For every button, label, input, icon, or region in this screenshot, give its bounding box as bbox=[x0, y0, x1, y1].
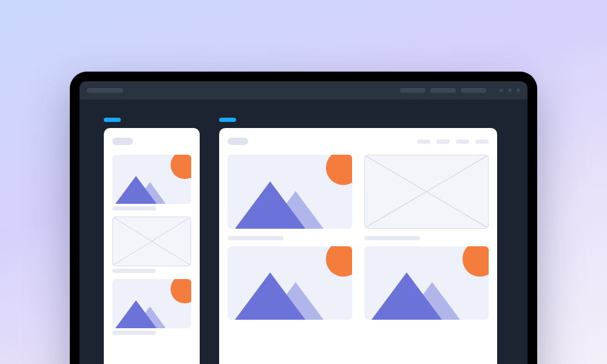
window-control-dot[interactable] bbox=[517, 89, 520, 92]
caption bbox=[112, 331, 156, 335]
panel-title bbox=[112, 138, 133, 145]
panel-nav-link[interactable] bbox=[417, 140, 430, 144]
mountain-front-icon bbox=[235, 181, 305, 229]
panel-nav-link[interactable] bbox=[456, 140, 469, 144]
grid-item[interactable] bbox=[228, 155, 352, 240]
thumbnail-placeholder bbox=[112, 217, 191, 266]
thumbnail bbox=[112, 279, 191, 328]
caption bbox=[112, 206, 156, 211]
caption bbox=[364, 236, 420, 240]
panel-nav-link[interactable] bbox=[436, 140, 450, 144]
mountain-front-icon bbox=[115, 300, 157, 328]
screen bbox=[80, 81, 527, 364]
thumbnail bbox=[364, 246, 489, 320]
placeholder-x-icon bbox=[365, 155, 488, 228]
panel-header bbox=[228, 138, 489, 145]
workspace bbox=[80, 99, 527, 364]
sun-icon bbox=[171, 279, 191, 303]
column-narrow bbox=[104, 118, 200, 364]
caption bbox=[112, 269, 156, 273]
menubar-app-title bbox=[87, 88, 123, 93]
sun-icon bbox=[326, 246, 352, 277]
sun-icon bbox=[463, 246, 489, 277]
window-control-dot[interactable] bbox=[508, 89, 512, 92]
menubar-item[interactable] bbox=[430, 88, 456, 93]
placeholder-x-icon bbox=[113, 217, 191, 265]
mountain-front-icon bbox=[235, 272, 305, 320]
window-control-dot[interactable] bbox=[500, 89, 503, 92]
list-item[interactable] bbox=[112, 279, 191, 335]
menubar-item[interactable] bbox=[400, 88, 426, 93]
item-list bbox=[112, 155, 191, 335]
mountain-front-icon bbox=[115, 176, 157, 204]
menubar-item[interactable] bbox=[461, 88, 486, 93]
grid-item[interactable] bbox=[228, 246, 352, 320]
panel-header bbox=[112, 138, 191, 145]
thumbnail-placeholder bbox=[364, 155, 489, 229]
thumbnail bbox=[112, 155, 191, 204]
panel-nav bbox=[417, 140, 489, 144]
sun-icon bbox=[326, 155, 352, 185]
grid-item[interactable] bbox=[364, 155, 489, 240]
menubar bbox=[80, 81, 527, 99]
panel-wide bbox=[219, 128, 497, 364]
thumbnail bbox=[228, 155, 352, 229]
laptop-frame bbox=[70, 72, 537, 364]
list-item[interactable] bbox=[112, 217, 191, 272]
column-wide bbox=[219, 118, 497, 364]
panel-nav-link[interactable] bbox=[475, 140, 489, 144]
column-accent-tab[interactable] bbox=[219, 118, 236, 122]
column-accent-tab[interactable] bbox=[104, 118, 121, 122]
panel-title bbox=[228, 138, 248, 145]
thumbnail bbox=[228, 246, 352, 320]
sun-icon bbox=[171, 155, 191, 179]
caption bbox=[228, 236, 283, 240]
panel-narrow bbox=[104, 128, 200, 364]
grid-item[interactable] bbox=[364, 246, 489, 320]
item-grid bbox=[228, 155, 489, 320]
mountain-front-icon bbox=[371, 272, 442, 320]
list-item[interactable] bbox=[112, 155, 191, 211]
